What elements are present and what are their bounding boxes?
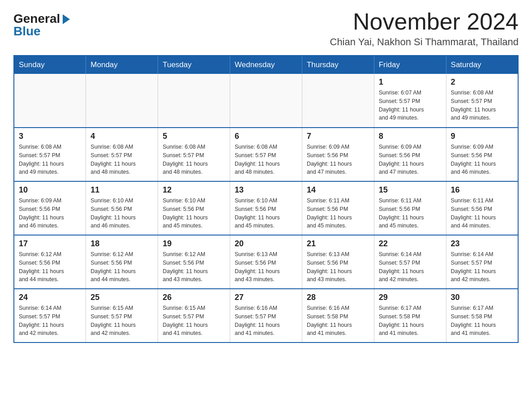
day-number: 1 <box>379 77 442 87</box>
day-info: Sunrise: 6:14 AM Sunset: 5:57 PM Dayligh… <box>451 250 513 284</box>
day-number: 18 <box>90 239 153 248</box>
calendar-day-cell: 10Sunrise: 6:09 AM Sunset: 5:56 PM Dayli… <box>14 181 86 235</box>
weekday-header-thursday: Thursday <box>302 56 374 74</box>
day-info: Sunrise: 6:08 AM Sunset: 5:57 PM Dayligh… <box>163 143 225 176</box>
calendar-week-row: 17Sunrise: 6:12 AM Sunset: 5:56 PM Dayli… <box>14 235 518 289</box>
calendar-day-cell: 9Sunrise: 6:09 AM Sunset: 5:56 PM Daylig… <box>446 128 518 181</box>
day-number: 27 <box>235 293 297 302</box>
calendar-day-cell: 25Sunrise: 6:15 AM Sunset: 5:57 PM Dayli… <box>86 289 158 342</box>
day-number: 14 <box>307 185 369 195</box>
calendar-week-row: 3Sunrise: 6:08 AM Sunset: 5:57 PM Daylig… <box>14 128 518 181</box>
day-number: 15 <box>379 185 442 195</box>
day-info: Sunrise: 6:09 AM Sunset: 5:56 PM Dayligh… <box>451 143 513 176</box>
day-number: 9 <box>451 132 513 141</box>
day-number: 22 <box>379 239 442 248</box>
calendar-day-cell: 13Sunrise: 6:10 AM Sunset: 5:56 PM Dayli… <box>230 181 302 235</box>
calendar-header-row: SundayMondayTuesdayWednesdayThursdayFrid… <box>14 56 518 74</box>
day-info: Sunrise: 6:14 AM Sunset: 5:57 PM Dayligh… <box>19 304 81 338</box>
calendar-day-cell <box>302 74 374 128</box>
logo-arrow-icon <box>63 14 70 24</box>
calendar-day-cell: 16Sunrise: 6:11 AM Sunset: 5:56 PM Dayli… <box>446 181 518 235</box>
title-area: November 2024 Chian Yai, Nakhon Si Thamm… <box>330 9 519 48</box>
day-info: Sunrise: 6:16 AM Sunset: 5:57 PM Dayligh… <box>235 304 297 338</box>
weekday-header-monday: Monday <box>86 56 158 74</box>
day-number: 5 <box>163 132 225 141</box>
day-info: Sunrise: 6:10 AM Sunset: 5:56 PM Dayligh… <box>163 197 225 230</box>
calendar-day-cell: 19Sunrise: 6:12 AM Sunset: 5:56 PM Dayli… <box>158 235 230 289</box>
calendar-day-cell: 1Sunrise: 6:07 AM Sunset: 5:57 PM Daylig… <box>374 74 446 128</box>
day-info: Sunrise: 6:08 AM Sunset: 5:57 PM Dayligh… <box>451 89 513 122</box>
day-number: 6 <box>235 132 297 141</box>
calendar-day-cell: 28Sunrise: 6:16 AM Sunset: 5:58 PM Dayli… <box>302 289 374 342</box>
day-number: 11 <box>90 185 153 195</box>
logo: General Blue <box>13 13 70 38</box>
day-info: Sunrise: 6:13 AM Sunset: 5:56 PM Dayligh… <box>235 250 297 284</box>
day-number: 2 <box>451 77 513 87</box>
day-number: 20 <box>235 239 297 248</box>
calendar-day-cell: 6Sunrise: 6:08 AM Sunset: 5:57 PM Daylig… <box>230 128 302 181</box>
calendar-day-cell: 4Sunrise: 6:08 AM Sunset: 5:57 PM Daylig… <box>86 128 158 181</box>
day-info: Sunrise: 6:12 AM Sunset: 5:56 PM Dayligh… <box>19 250 81 284</box>
day-number: 17 <box>19 239 81 248</box>
weekday-header-sunday: Sunday <box>14 56 86 74</box>
day-info: Sunrise: 6:17 AM Sunset: 5:58 PM Dayligh… <box>379 304 442 338</box>
calendar-day-cell: 3Sunrise: 6:08 AM Sunset: 5:57 PM Daylig… <box>14 128 86 181</box>
day-info: Sunrise: 6:15 AM Sunset: 5:57 PM Dayligh… <box>90 304 153 338</box>
day-info: Sunrise: 6:08 AM Sunset: 5:57 PM Dayligh… <box>235 143 297 176</box>
day-info: Sunrise: 6:16 AM Sunset: 5:58 PM Dayligh… <box>307 304 369 338</box>
day-info: Sunrise: 6:10 AM Sunset: 5:56 PM Dayligh… <box>90 197 153 230</box>
day-number: 4 <box>90 132 153 141</box>
weekday-header-wednesday: Wednesday <box>230 56 302 74</box>
calendar-day-cell: 20Sunrise: 6:13 AM Sunset: 5:56 PM Dayli… <box>230 235 302 289</box>
calendar-day-cell: 12Sunrise: 6:10 AM Sunset: 5:56 PM Dayli… <box>158 181 230 235</box>
day-info: Sunrise: 6:11 AM Sunset: 5:56 PM Dayligh… <box>451 197 513 230</box>
day-info: Sunrise: 6:14 AM Sunset: 5:57 PM Dayligh… <box>379 250 442 284</box>
day-number: 26 <box>163 293 225 302</box>
day-number: 8 <box>379 132 442 141</box>
logo-blue-text: Blue <box>13 25 41 38</box>
day-number: 24 <box>19 293 81 302</box>
day-info: Sunrise: 6:11 AM Sunset: 5:56 PM Dayligh… <box>379 197 442 230</box>
calendar-day-cell: 27Sunrise: 6:16 AM Sunset: 5:57 PM Dayli… <box>230 289 302 342</box>
day-number: 19 <box>163 239 225 248</box>
month-title: November 2024 <box>330 9 519 34</box>
calendar-day-cell: 2Sunrise: 6:08 AM Sunset: 5:57 PM Daylig… <box>446 74 518 128</box>
calendar-day-cell: 14Sunrise: 6:11 AM Sunset: 5:56 PM Dayli… <box>302 181 374 235</box>
calendar-day-cell: 26Sunrise: 6:15 AM Sunset: 5:57 PM Dayli… <box>158 289 230 342</box>
calendar-day-cell: 5Sunrise: 6:08 AM Sunset: 5:57 PM Daylig… <box>158 128 230 181</box>
calendar-day-cell <box>14 74 86 128</box>
day-info: Sunrise: 6:11 AM Sunset: 5:56 PM Dayligh… <box>307 197 369 230</box>
calendar-day-cell: 7Sunrise: 6:09 AM Sunset: 5:56 PM Daylig… <box>302 128 374 181</box>
day-info: Sunrise: 6:09 AM Sunset: 5:56 PM Dayligh… <box>19 197 81 230</box>
day-number: 29 <box>379 293 442 302</box>
calendar-day-cell: 29Sunrise: 6:17 AM Sunset: 5:58 PM Dayli… <box>374 289 446 342</box>
calendar-day-cell: 22Sunrise: 6:14 AM Sunset: 5:57 PM Dayli… <box>374 235 446 289</box>
calendar-table: SundayMondayTuesdayWednesdayThursdayFrid… <box>13 55 519 343</box>
calendar-day-cell: 23Sunrise: 6:14 AM Sunset: 5:57 PM Dayli… <box>446 235 518 289</box>
day-number: 16 <box>451 185 513 195</box>
day-number: 10 <box>19 185 81 195</box>
day-number: 23 <box>451 239 513 248</box>
weekday-header-saturday: Saturday <box>446 56 518 74</box>
day-info: Sunrise: 6:08 AM Sunset: 5:57 PM Dayligh… <box>19 143 81 176</box>
day-info: Sunrise: 6:13 AM Sunset: 5:56 PM Dayligh… <box>307 250 369 284</box>
logo-general-text: General <box>13 13 60 25</box>
weekday-header-friday: Friday <box>374 56 446 74</box>
day-info: Sunrise: 6:08 AM Sunset: 5:57 PM Dayligh… <box>90 143 153 176</box>
calendar-day-cell <box>86 74 158 128</box>
day-info: Sunrise: 6:12 AM Sunset: 5:56 PM Dayligh… <box>90 250 153 284</box>
calendar-day-cell <box>230 74 302 128</box>
calendar-day-cell: 15Sunrise: 6:11 AM Sunset: 5:56 PM Dayli… <box>374 181 446 235</box>
day-number: 13 <box>235 185 297 195</box>
calendar-day-cell: 24Sunrise: 6:14 AM Sunset: 5:57 PM Dayli… <box>14 289 86 342</box>
day-number: 25 <box>90 293 153 302</box>
day-number: 28 <box>307 293 369 302</box>
calendar-day-cell: 21Sunrise: 6:13 AM Sunset: 5:56 PM Dayli… <box>302 235 374 289</box>
day-number: 21 <box>307 239 369 248</box>
day-number: 3 <box>19 132 81 141</box>
calendar-day-cell: 17Sunrise: 6:12 AM Sunset: 5:56 PM Dayli… <box>14 235 86 289</box>
calendar-day-cell <box>158 74 230 128</box>
calendar-day-cell: 11Sunrise: 6:10 AM Sunset: 5:56 PM Dayli… <box>86 181 158 235</box>
calendar-day-cell: 8Sunrise: 6:09 AM Sunset: 5:56 PM Daylig… <box>374 128 446 181</box>
day-info: Sunrise: 6:15 AM Sunset: 5:57 PM Dayligh… <box>163 304 225 338</box>
